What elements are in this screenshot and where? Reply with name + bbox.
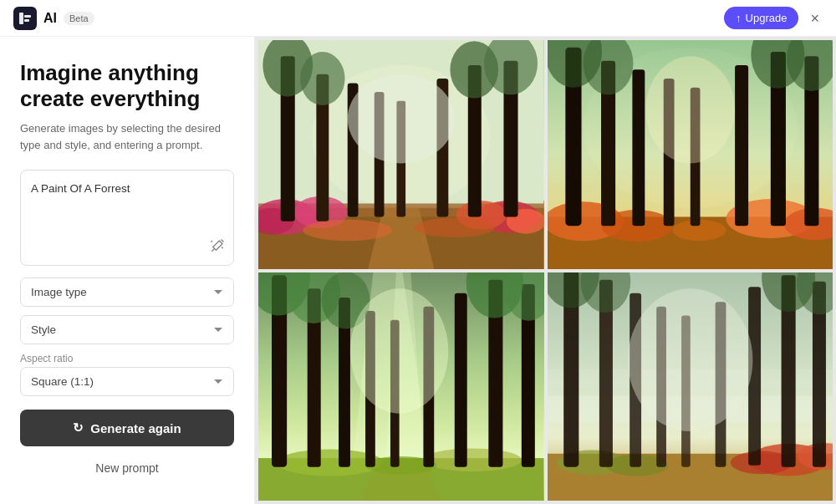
aspect-ratio-wrapper: Aspect ratio Square (1:1) Landscape (16:… bbox=[20, 353, 234, 396]
generate-button[interactable]: ↻ Generate again bbox=[20, 410, 234, 446]
aspect-ratio-select[interactable]: Square (1:1) Landscape (16:9) Portrait (… bbox=[20, 367, 234, 396]
svg-point-15 bbox=[415, 218, 495, 237]
svg-point-56 bbox=[423, 448, 521, 471]
prompt-container bbox=[20, 170, 234, 266]
svg-point-28 bbox=[348, 74, 455, 164]
image-grid bbox=[255, 37, 836, 504]
left-panel: Imagine anything create everything Gener… bbox=[0, 37, 255, 504]
svg-rect-1 bbox=[24, 15, 31, 18]
style-select[interactable]: Style Realistic Artistic Abstract bbox=[20, 315, 234, 344]
svg-rect-65 bbox=[455, 293, 467, 466]
svg-point-50 bbox=[645, 56, 735, 163]
topbar: AI Beta ↑ Upgrade × bbox=[0, 0, 836, 37]
svg-point-73 bbox=[350, 288, 448, 413]
aspect-ratio-label: Aspect ratio bbox=[20, 353, 234, 364]
topbar-right: ↑ Upgrade × bbox=[724, 7, 823, 29]
image-4 bbox=[548, 272, 833, 501]
main-title: Imagine anything create everything bbox=[20, 60, 234, 112]
image-1 bbox=[258, 40, 544, 269]
svg-rect-40 bbox=[632, 69, 645, 226]
logo-text: AI bbox=[43, 11, 57, 26]
svg-point-25 bbox=[300, 52, 344, 105]
image-3 bbox=[258, 272, 544, 501]
svg-point-96 bbox=[628, 288, 752, 431]
main-content: Imagine anything create everything Gener… bbox=[0, 37, 836, 504]
svg-rect-43 bbox=[735, 65, 748, 226]
new-prompt-button[interactable]: New prompt bbox=[20, 456, 234, 480]
logo-icon bbox=[13, 7, 37, 30]
prompt-input[interactable] bbox=[31, 181, 223, 232]
svg-rect-2 bbox=[24, 19, 29, 22]
image-type-select[interactable]: Image type Photo Illustration Vector bbox=[20, 277, 234, 307]
svg-point-14 bbox=[303, 220, 392, 242]
close-button[interactable]: × bbox=[807, 8, 823, 29]
image-2 bbox=[548, 40, 833, 269]
refresh-icon: ↻ bbox=[73, 420, 84, 435]
svg-rect-0 bbox=[19, 13, 23, 24]
image-type-wrapper: Image type Photo Illustration Vector bbox=[20, 277, 234, 307]
wand-icon bbox=[210, 238, 225, 257]
generate-label: Generate again bbox=[90, 421, 181, 435]
style-wrapper: Style Realistic Artistic Abstract bbox=[20, 315, 234, 344]
upgrade-icon: ↑ bbox=[736, 12, 742, 24]
subtitle: Generate images by selecting the desired… bbox=[20, 120, 234, 153]
topbar-left: AI Beta bbox=[13, 7, 94, 30]
upgrade-button[interactable]: ↑ Upgrade bbox=[724, 7, 798, 29]
beta-badge: Beta bbox=[64, 12, 94, 25]
